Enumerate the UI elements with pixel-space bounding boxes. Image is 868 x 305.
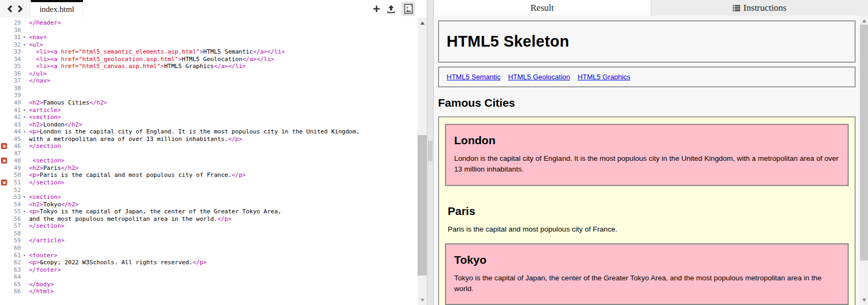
code-line[interactable]: 47 — [0, 150, 418, 158]
city-description: Paris is the capital and most populous c… — [448, 224, 846, 235]
code-line[interactable]: 54<h2>Tokyo</h2> — [0, 201, 418, 209]
fold-toggle-icon[interactable]: ▾ — [21, 41, 28, 49]
code-line[interactable]: 33 <li><a href="html5_semantic_elements.… — [0, 48, 418, 56]
code-line[interactable]: 37</nav> — [0, 77, 418, 85]
fold-toggle-icon[interactable]: ▾ — [21, 208, 28, 215]
fold-space — [21, 237, 28, 244]
pane-resizer[interactable] — [427, 0, 434, 305]
code-text: <section> — [28, 114, 61, 121]
tab-instructions-label: Instructions — [743, 3, 786, 13]
code-line[interactable]: 29</header> — [0, 19, 418, 27]
code-text — [28, 92, 29, 99]
code-line[interactable]: 35 <li><a href="html5_canvas.asp.html">H… — [0, 63, 418, 70]
code-line[interactable]: 31▾<nav> — [0, 34, 418, 41]
code-line[interactable]: 51</section> — [0, 179, 418, 187]
code-text: <h2>Tokyo</h2> — [28, 201, 79, 209]
code-text: <h2>Paris</h2> — [28, 165, 79, 172]
line-number: 66 — [9, 288, 21, 295]
fold-toggle-icon[interactable]: ▾ — [21, 114, 28, 121]
history-nav — [0, 0, 30, 18]
code-line[interactable]: 39 — [0, 92, 418, 99]
fold-toggle-icon[interactable]: ▾ — [21, 128, 28, 136]
code-text: <p>Paris is the capital and most populou… — [28, 172, 246, 179]
code-line[interactable]: 46</section — [0, 143, 418, 150]
code-line[interactable]: 53▾<section> — [0, 194, 418, 201]
code-line[interactable]: 58 — [0, 230, 418, 237]
editor-scrollbar-thumb[interactable] — [418, 135, 427, 276]
code-line[interactable]: 60 — [0, 244, 418, 252]
code-line[interactable]: 30 — [0, 27, 418, 34]
code-line[interactable]: 65</body> — [0, 281, 418, 288]
scroll-up-icon[interactable] — [860, 17, 868, 25]
code-text — [28, 27, 29, 34]
code-line[interactable]: 50<p>Paris is the capital and most popul… — [0, 172, 418, 179]
code-line[interactable]: 44▾<p>London is the capital city of Engl… — [0, 128, 418, 136]
scroll-up-icon[interactable] — [418, 19, 427, 27]
fold-toggle-icon[interactable]: ▾ — [21, 194, 28, 201]
chevron-left-icon[interactable] — [7, 5, 13, 13]
preview-nav-link[interactable]: HTML5 Geolocation — [508, 73, 570, 81]
file-tab[interactable]: index.html — [31, 0, 83, 18]
code-text: </article> — [28, 237, 64, 244]
preview-scrollbar-thumb[interactable] — [860, 25, 868, 261]
code-line[interactable]: 45with a metropolitan area of over 13 mi… — [0, 136, 418, 143]
code-line[interactable]: 36</ul> — [0, 70, 418, 78]
code-editor[interactable]: 29</header>3031▾<nav>32▾<ul>33 <li><a hr… — [0, 18, 418, 305]
city-name: London — [454, 134, 840, 147]
line-number: 60 — [9, 244, 21, 252]
fold-toggle-icon[interactable]: ▾ — [21, 34, 28, 41]
preview-scrollbar[interactable] — [860, 16, 868, 305]
fold-toggle-icon[interactable]: ▾ — [21, 252, 28, 259]
preview-header-box: HTML5 Skeleton — [438, 20, 856, 63]
code-line[interactable]: 59</article> — [0, 237, 418, 244]
line-number: 65 — [9, 281, 21, 288]
fold-space — [21, 288, 28, 295]
code-line[interactable]: 56and the most populous metropolitan are… — [0, 215, 418, 223]
fold-space — [21, 222, 28, 230]
code-line[interactable]: 55▾<p>Tokyo is the capital of Japan, the… — [0, 208, 418, 215]
fold-space — [21, 172, 28, 179]
scroll-down-icon[interactable] — [418, 296, 427, 304]
upload-icon[interactable] — [386, 5, 396, 13]
line-number: 52 — [9, 187, 21, 194]
code-line[interactable]: 32▾<ul> — [0, 41, 418, 49]
code-line[interactable]: 40<h2>Famous Cities</h2> — [0, 99, 418, 107]
tab-instructions[interactable]: Instructions — [651, 0, 868, 16]
code-line[interactable]: 63</footer> — [0, 266, 418, 274]
code-line[interactable]: 66</html> — [0, 288, 418, 295]
code-line[interactable]: 48 <section> — [0, 157, 418, 165]
gutter-space — [0, 222, 9, 230]
code-line[interactable]: 62<p>&copy; 2022 W3Schools. All rights r… — [0, 259, 418, 266]
code-text: </header> — [28, 19, 61, 27]
code-line[interactable]: 57</section> — [0, 222, 418, 230]
gutter-space — [0, 194, 9, 201]
code-line[interactable]: 64 — [0, 273, 418, 281]
code-line[interactable]: 43<h2>London</h2> — [0, 121, 418, 129]
tab-result[interactable]: Result — [434, 0, 651, 16]
fold-space — [21, 121, 28, 129]
gutter-space — [0, 172, 9, 179]
preview-nav-link[interactable]: HTML5 Graphics — [578, 73, 630, 81]
code-line[interactable]: 52 — [0, 187, 418, 194]
gutter-space — [0, 237, 9, 244]
code-line[interactable]: 41▾<article> — [0, 107, 418, 114]
code-line[interactable]: 49<h2>Paris</h2> — [0, 165, 418, 172]
code-text: <ul> — [28, 41, 43, 49]
code-line[interactable]: 61▾<footer> — [0, 252, 418, 259]
city-section: LondonLondon is the capital city of Engl… — [445, 124, 849, 186]
gutter-space — [0, 34, 9, 41]
plus-icon[interactable] — [373, 5, 381, 13]
preview-nav-link[interactable]: HTML5 Semantic — [447, 73, 500, 81]
code-line[interactable]: 34 <li><a href="html5_geolocation.asp.ht… — [0, 56, 418, 63]
fold-toggle-icon[interactable]: ▾ — [21, 107, 28, 114]
preview-heading: Famous Cities — [438, 96, 856, 109]
editor-scrollbar[interactable] — [418, 18, 427, 305]
scroll-down-icon[interactable] — [860, 296, 868, 304]
code-line[interactable]: 42▾<section> — [0, 114, 418, 121]
fold-space — [21, 48, 28, 56]
gutter-space — [0, 165, 9, 172]
code-line[interactable]: 38 — [0, 85, 418, 92]
image-button[interactable] — [402, 2, 415, 16]
chevron-right-icon[interactable] — [17, 5, 23, 13]
code-text: <p>Tokyo is the capital of Japan, the ce… — [28, 208, 281, 215]
